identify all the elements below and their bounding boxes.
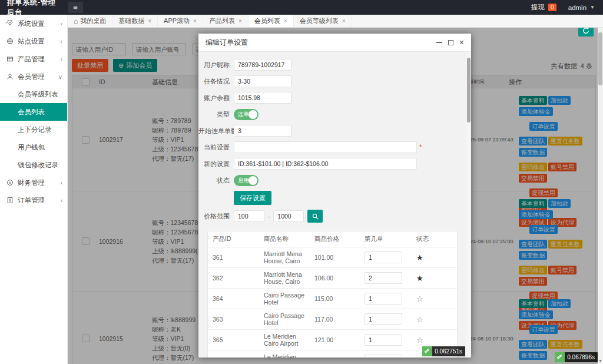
scrollbar-thumb[interactable] [598,32,602,85]
save-settings-button[interactable]: 保存设置 [234,191,271,205]
required-asterisk: * [419,143,422,151]
price-range-label: 价格范围 [198,212,230,221]
product-name: Le Meridien Cairo Airport [259,350,310,358]
product-col-header: 产品ID [208,231,259,247]
sidebar-item-3[interactable]: 产品管理‹ [0,50,67,68]
sidebar-subitem[interactable]: 会员列表 [0,103,67,121]
tab-我的桌面[interactable]: ⌂我的桌面 [68,15,112,27]
tab-基础数据[interactable]: 基础数据× [112,15,158,27]
chevron-left-icon: ‹ [61,38,62,45]
star-filled-icon[interactable]: ★ [416,274,423,283]
speed-icon [555,352,565,362]
star-filled-icon[interactable]: ★ [416,253,423,262]
chevron-left-icon: ‹ [61,197,62,204]
scrollbar-down-arrow[interactable]: ▼ [598,359,603,363]
price-max-input[interactable] [273,210,304,222]
order-number-input[interactable] [365,252,402,263]
product-row-362: 362Marriott Mena House, Cairo106.00★ [208,268,457,289]
close-icon[interactable]: × [459,38,464,47]
task-input[interactable] [234,75,291,87]
sidebar-item-5[interactable]: $财务管理‹ [0,174,67,191]
new-setting-label: 新的设置 [198,160,230,168]
close-tab-icon[interactable]: × [238,18,242,24]
product-table-header: 产品ID商品名称商品价格第几单状态 [208,231,457,247]
tab-bar: ⌂我的桌面基础数据×APP滚动×产品列表×会员列表×会员等级列表× [68,15,603,28]
svg-text:$: $ [9,180,11,184]
current-setting-label: 当前设置 [198,143,230,152]
modal-body: 用户昵称任务情况账户余额类型连单开始连单单数当前设置*新的设置状态启用保存设置价… [198,52,466,358]
hamburger-menu-icon[interactable]: ≡ [68,2,83,13]
star-outline-icon[interactable]: ☆ [416,294,423,303]
site-icon [6,37,14,45]
balance-input[interactable] [234,92,291,104]
close-tab-icon[interactable]: × [342,18,346,24]
minimize-icon[interactable] [436,42,442,43]
page-scrollbar[interactable]: ▼ [598,28,603,364]
product-row-363: 363Cairo Passage Hotel117.00☆ [208,309,457,330]
close-tab-icon[interactable]: × [148,18,151,24]
order-number-input[interactable] [365,313,402,325]
tab-会员列表[interactable]: 会员列表× [249,15,294,27]
close-tab-icon[interactable]: × [193,18,197,24]
withdraw-link[interactable]: 提现 [531,3,545,12]
order-number-input[interactable] [365,293,402,305]
sidebar-item-2[interactable]: 站点设置‹ [0,32,67,50]
product-icon [6,55,14,63]
sidebar-item-6[interactable]: 订单管理‹ [0,191,67,209]
maximize-icon[interactable] [448,40,453,45]
status-label: 状态 [198,176,230,185]
star-outline-icon[interactable]: ☆ [416,336,423,345]
order-number-input[interactable] [365,355,402,358]
product-col-header: 商品名称 [259,231,310,247]
product-price: 121.00 [310,330,360,350]
sidebar-item-label: 会员管理 [18,72,58,81]
product-row-364: 364Cairo Passage Hotel115.00☆ [208,289,457,309]
sidebar-subitem[interactable]: 用户钱包 [0,138,67,156]
price-search-button[interactable] [307,210,323,223]
admin-user-menu[interactable]: admin [568,4,587,11]
product-id: 364 [208,289,259,309]
sidebar-subitem[interactable]: 钱包修改记录 [0,156,67,174]
tab-label: 会员等级列表 [300,16,339,25]
modal-title: 编辑订单设置 [206,38,436,48]
type-toggle[interactable]: 连单 [234,109,259,120]
sidebar-item-label: 订单管理 [18,196,61,205]
user-icon [6,72,14,81]
refresh-icon [582,27,589,34]
status-toggle[interactable]: 启用 [234,175,259,186]
search-icon [312,213,319,220]
tab-产品列表[interactable]: 产品列表× [203,15,249,27]
star-outline-icon[interactable]: ☆ [416,315,423,324]
product-price: 117.00 [310,309,360,330]
product-price: 129.00 [310,350,360,358]
close-tab-icon[interactable]: × [284,18,287,24]
start-count-input[interactable] [234,125,291,137]
order-number-input[interactable] [365,272,402,284]
sidebar-subitem[interactable]: 会员等级列表 [0,85,67,103]
sidebar-item-label: 产品管理 [18,55,61,64]
sidebar-item-label: 系统设置 [18,19,61,28]
product-col-header: 第几单 [360,231,412,247]
price-min-input[interactable] [234,210,264,222]
modal-scrollbar-thumb[interactable] [467,58,471,123]
product-id: 363 [208,309,259,330]
chevron-left-icon: ‹ [61,56,62,62]
chevron-down-icon: ∨ [58,74,62,80]
nickname-input[interactable] [234,59,291,71]
current-setting-input[interactable] [234,141,417,153]
tab-label: 产品列表 [209,16,235,25]
product-col-header: 状态 [412,231,457,247]
new-setting-input[interactable] [234,158,417,170]
modal-scrollbar[interactable] [466,52,471,358]
product-name: Cairo Passage Hotel [259,309,310,330]
order-number-input[interactable] [365,334,402,346]
order-icon [6,196,14,204]
speed-icon [422,346,432,356]
sidebar-item-1[interactable]: 系统设置‹ [0,15,67,32]
sidebar-item-4[interactable]: 会员管理∨ [0,68,67,85]
tab-label: 基础数据 [118,16,144,25]
tab-会员等级列表[interactable]: 会员等级列表× [294,15,352,27]
sidebar-subitem[interactable]: 上下分记录 [0,121,67,138]
tab-APP滚动[interactable]: APP滚动× [158,15,203,27]
modal-title-bar: 编辑订单设置 × [198,34,471,52]
